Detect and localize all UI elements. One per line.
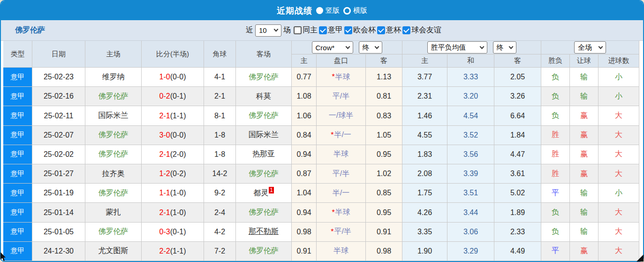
home-team-cell[interactable]: 佛罗伦萨	[85, 126, 142, 145]
radio-vertical-label: 竖版	[326, 6, 340, 15]
radio-vertical-icon[interactable]	[316, 7, 323, 14]
league-cell: 意甲	[3, 223, 32, 242]
corner-cell: 9-2	[204, 184, 236, 203]
score-cell: 2-1(1-0)	[142, 203, 204, 222]
home-team-cell[interactable]: 维罗纳	[85, 68, 142, 87]
avg-away-cell: 3.61	[494, 164, 541, 184]
away-team-cell[interactable]: 国际米兰	[236, 126, 292, 145]
avg-draw-cell: 3.51	[447, 184, 494, 203]
date-cell: 24-12-30	[32, 242, 85, 261]
table-row: 意甲25-01-27拉齐奥1-2(0-2)14-2佛罗伦萨0.87平/半1.02…	[3, 164, 641, 184]
away-team-cell[interactable]: 佛罗伦萨	[236, 106, 292, 125]
away-team-cell[interactable]: 佛罗伦萨	[236, 164, 292, 184]
away-team-cell[interactable]: 那不勒斯	[236, 223, 292, 242]
checkbox-label: 同主	[303, 25, 318, 35]
match-count-select[interactable]: 10	[255, 24, 281, 37]
recent-results-panel: 近期战绩 竖版 横版 佛罗伦萨 近 10 场 同主意甲欧会杯意杯球会友谊 类型 …	[0, 0, 644, 262]
away-team-cell[interactable]: 佛罗伦萨	[236, 242, 292, 261]
odds-away-cell: 0.85	[366, 184, 402, 203]
filter-checkbox-item[interactable]: 欧会杯	[343, 25, 376, 35]
table-row: 意甲25-01-19佛罗伦萨1-1(1-0)9-2都灵11.04半/一0.851…	[3, 184, 641, 203]
avg-home-cell: 1.90	[402, 242, 447, 261]
outcome-cell: 负	[541, 87, 570, 106]
chevron-down-icon	[374, 44, 379, 49]
avg-stage-select[interactable]: 终	[493, 41, 516, 54]
filter-checkbox-item[interactable]: 球会友谊	[402, 25, 441, 35]
home-team-cell[interactable]: 佛罗伦萨	[85, 87, 142, 106]
date-cell: 25-02-02	[32, 145, 85, 164]
avg-draw-cell: 3.56	[447, 145, 494, 164]
layout-radio-vertical[interactable]: 竖版	[316, 6, 340, 15]
col-header-corner: 角球	[204, 41, 236, 68]
avg-away-cell: 6.64	[494, 106, 541, 125]
home-team-cell[interactable]: 国际米兰	[85, 106, 142, 125]
away-team-cell[interactable]: 科莫	[236, 87, 292, 106]
filter-bar: 佛罗伦萨 近 10 场 同主意甲欧会杯意杯球会友谊	[1, 20, 643, 41]
layout-radio-horizontal[interactable]: 横版	[343, 6, 367, 15]
subheader-handicap: 盘口	[317, 54, 366, 68]
outcome-cell: 平	[541, 184, 570, 203]
avg-draw-cell: 3.06	[447, 223, 494, 242]
period-select[interactable]: 全场	[574, 41, 606, 54]
avg-home-cell: 3.77	[402, 68, 447, 87]
col-header-score: 比分(半场)	[142, 41, 204, 68]
away-team-cell[interactable]: 热那亚	[236, 145, 292, 164]
odds-home-cell: 0.98	[292, 223, 317, 242]
corner-cell: 1-8	[204, 126, 236, 145]
odds-home-cell: 1.04	[292, 184, 317, 203]
home-team-cell[interactable]: 尤文图斯	[85, 242, 142, 261]
table-row: 意甲25-01-14蒙扎2-1(1-0)2-4佛罗伦萨0.94*半球0.954.…	[3, 203, 641, 222]
outcome-cell: 负	[541, 223, 570, 242]
checkbox-checked-icon[interactable]	[377, 26, 385, 34]
checkbox-checked-icon[interactable]	[402, 26, 410, 34]
col-header-home: 主场	[85, 41, 142, 68]
avg-odds-select[interactable]: 胜平负均值	[427, 41, 487, 54]
home-team-cell[interactable]: 佛罗伦萨	[85, 223, 142, 242]
filter-checkbox-item[interactable]: 意甲	[318, 25, 343, 35]
outcome-cell: 胜	[541, 126, 570, 145]
home-team-cell[interactable]: 佛罗伦萨	[85, 145, 142, 164]
subheader-goals: 进球数	[599, 54, 639, 68]
avg-away-cell: 2.33	[494, 223, 541, 242]
avg-stage-value: 终	[497, 43, 504, 52]
odds-stage-select[interactable]: 终	[359, 41, 382, 54]
date-cell: 25-01-05	[32, 223, 85, 242]
goals-result-cell: 大	[599, 242, 639, 261]
filter-checkbox-item[interactable]: 意杯	[376, 25, 401, 35]
avg-away-cell: 4.47	[494, 145, 541, 164]
handicap-cell: *半/一	[317, 126, 366, 145]
avg-draw-cell: 4.54	[447, 106, 494, 125]
away-team-cell[interactable]: 佛罗伦萨	[236, 68, 292, 87]
league-cell: 意甲	[3, 126, 32, 145]
col-header-away: 客场	[236, 41, 292, 68]
avg-home-cell: 3.35	[402, 223, 447, 242]
away-team-cell[interactable]: 佛罗伦萨	[236, 203, 292, 222]
goals-result-cell: 大	[599, 203, 639, 222]
subheader-avg-home: 主	[402, 54, 447, 68]
table-row: 意甲25-02-11国际米兰2-1(1-1)8-1佛罗伦萨1.06一/球半0.8…	[3, 106, 641, 125]
checkbox-checked-icon[interactable]	[319, 26, 327, 34]
corner-cell: 1-8	[204, 145, 236, 164]
away-team-cell[interactable]: 都灵1	[236, 184, 292, 203]
outcome-cell: 负	[541, 203, 570, 222]
goals-result-cell: 大	[599, 145, 639, 164]
home-team-cell[interactable]: 蒙扎	[85, 203, 142, 222]
corner-cell: 2-4	[204, 203, 236, 222]
table-row: 意甲25-02-23维罗纳1-0(0-0)4-1佛罗伦萨0.77*半球1.133…	[3, 68, 641, 87]
handicap-cell: 平/半	[317, 164, 366, 184]
subheader-avg-draw: 和	[447, 54, 494, 68]
radio-horizontal-icon[interactable]	[343, 7, 351, 15]
odds-home-cell: 0.94	[292, 203, 317, 222]
filter-checkbox-item[interactable]: 同主	[293, 25, 318, 35]
league-cell: 意甲	[3, 203, 32, 222]
checkbox-unchecked-icon[interactable]	[294, 26, 302, 34]
handicap-cell: 平/半	[317, 87, 366, 106]
checkbox-checked-icon[interactable]	[344, 26, 352, 34]
chevron-down-icon	[508, 44, 513, 49]
bookmaker-select[interactable]: Crow*	[312, 41, 353, 54]
date-cell: 25-01-19	[32, 184, 85, 203]
outcome-cell: 胜	[541, 164, 570, 184]
avg-home-cell: 2.31	[402, 87, 447, 106]
home-team-cell[interactable]: 拉齐奥	[85, 164, 142, 184]
home-team-cell[interactable]: 佛罗伦萨	[85, 184, 142, 203]
